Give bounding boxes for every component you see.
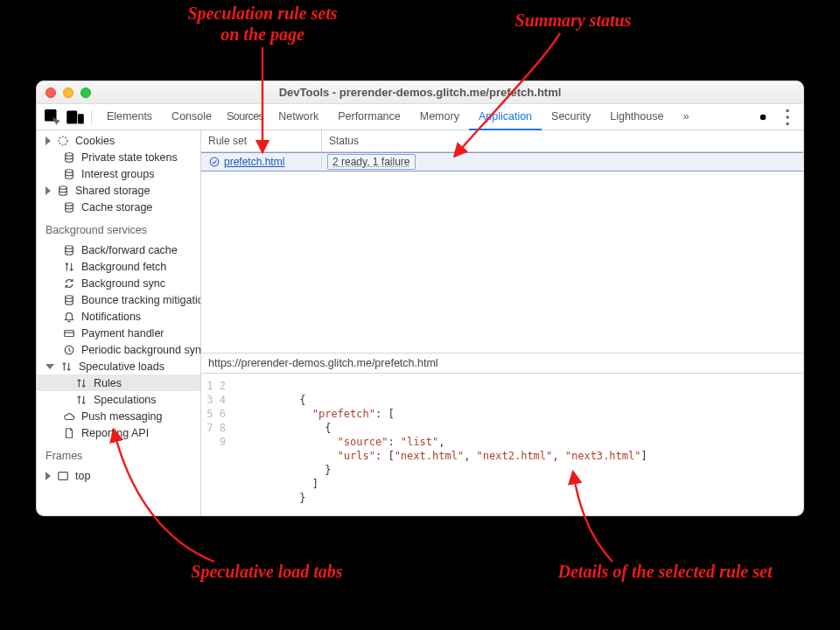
sidebar-label: Speculations [94,394,157,406]
devtools-tabbar: Elements Console Sources Network Perform… [37,104,803,130]
annotation-rulesets-l1: Speculation rule sets [187,4,337,24]
selected-ruleset-url: https://prerender-demos.glitch.me/prefet… [201,354,803,374]
ruleset-row[interactable]: prefetch.html 2 ready, 1 failure [201,152,803,172]
sidebar-item-private-state-tokens[interactable]: Private state tokens [37,149,200,165]
column-header-status[interactable]: Status [322,130,803,151]
expand-icon [46,136,51,145]
sidebar-item-speculative-loads[interactable]: Speculative loads [37,358,200,374]
sidebar-item-periodic-sync[interactable]: Periodic background sync [37,341,200,358]
sidebar-label: Cookies [75,135,115,147]
tab-more[interactable]: » [673,104,698,130]
sidebar-label: Push messaging [81,410,162,423]
svg-point-7 [59,136,67,145]
database-icon [57,185,69,197]
svg-point-5 [786,116,789,119]
sidebar-item-cookies[interactable]: Cookies [37,132,200,149]
database-icon [63,201,75,214]
window-title: DevTools - prerender-demos.glitch.me/pre… [37,86,803,99]
grid-header: Rule set Status [201,130,803,152]
sidebar-label: Shared storage [75,185,150,197]
sidebar-label: Interest groups [81,168,154,180]
expand-icon [46,186,51,195]
status-summary[interactable]: 2 ready, 1 failure [327,154,416,170]
tab-application[interactable]: Application [469,104,542,130]
device-toolbar-icon[interactable] [65,107,86,128]
svg-rect-14 [65,330,74,336]
svg-rect-1 [66,110,77,123]
collapse-icon [46,364,54,369]
transfer-icon [60,360,73,373]
sidebar-label: Speculative loads [79,360,164,373]
sidebar-heading-frames: Frames [37,441,200,467]
svg-point-4 [786,108,789,112]
sidebar-label: Reporting API [81,427,149,439]
sidebar-label: Private state tokens [81,151,178,164]
database-icon [63,294,75,306]
status-ok-icon [208,156,220,168]
sidebar-item-top-frame[interactable]: top [37,467,200,484]
sidebar-item-payment-handler[interactable]: Payment handler [37,325,200,341]
database-icon [63,244,75,256]
svg-point-10 [60,186,67,189]
cookies-icon [57,135,69,147]
sidebar-label: Back/forward cache [81,244,178,256]
tab-performance[interactable]: Performance [328,104,410,130]
annotation-details: Details of the selected rule set [557,562,774,582]
sidebar-item-bounce-tracking[interactable]: Bounce tracking mitigations [37,291,200,308]
sidebar-label: Background fetch [81,261,166,273]
cloud-icon [63,410,75,423]
sidebar-label: Rules [94,377,122,389]
tab-console[interactable]: Console [162,104,221,130]
devtools-window: DevTools - prerender-demos.glitch.me/pre… [36,80,804,516]
annotation-summary-status: Summary status [515,10,632,31]
transfer-icon [63,261,75,273]
tab-elements[interactable]: Elements [97,104,162,130]
tab-network[interactable]: Network [269,104,328,130]
titlebar: DevTools - prerender-demos.glitch.me/pre… [37,81,803,104]
annotation-load-tabs: Speculative load tabs [191,562,343,582]
sidebar-item-notifications[interactable]: Notifications [37,308,200,325]
sidebar-label: Bounce tracking mitigations [81,294,201,306]
ruleset-name: prefetch.html [224,156,284,168]
tab-sources[interactable]: Sources [221,104,269,130]
code-source[interactable]: { "prefetch": [ { "source": "list", "url… [236,379,648,505]
application-sidebar: Cookies Private state tokens Interest gr… [37,130,201,515]
column-header-ruleset[interactable]: Rule set [201,130,322,151]
bell-icon [63,311,75,323]
database-icon [63,151,75,164]
sidebar-item-push-messaging[interactable]: Push messaging [37,408,200,424]
ruleset-source: 1 2 3 4 5 6 7 8 9 { "prefetch": [ { "sou… [201,374,803,515]
sidebar-item-cache-storage[interactable]: Cache storage [37,199,200,215]
sidebar-heading-background-services: Background services [37,215,200,242]
sidebar-item-interest-groups[interactable]: Interest groups [37,165,200,182]
svg-point-11 [66,202,74,206]
sidebar-label: Background sync [81,277,165,290]
tab-security[interactable]: Security [542,104,600,130]
sync-icon [63,277,75,290]
sidebar-item-background-sync[interactable]: Background sync [37,275,200,291]
application-panel: Cookies Private state tokens Interest gr… [37,130,803,515]
sidebar-item-shared-storage[interactable]: Shared storage [37,182,200,199]
card-icon [63,327,75,340]
settings-icon[interactable] [752,107,774,128]
ruleset-link[interactable]: prefetch.html [201,156,322,168]
svg-point-9 [66,169,74,172]
grid-empty [201,172,803,354]
sidebar-item-background-fetch[interactable]: Background fetch [37,258,200,275]
sidebar-item-reporting-api[interactable]: Reporting API [37,424,200,441]
expand-icon [46,472,51,480]
sidebar-item-rules[interactable]: Rules [37,374,200,391]
frame-icon [57,470,69,482]
tab-memory[interactable]: Memory [410,104,469,130]
svg-point-3 [760,114,766,120]
sidebar-item-speculations[interactable]: Speculations [37,391,200,408]
rules-panel: Rule set Status prefetch.html 2 ready, 1… [201,130,803,515]
kebab-menu-icon[interactable] [777,107,798,128]
inspect-element-icon[interactable] [42,107,63,128]
tab-lighthouse[interactable]: Lighthouse [600,104,673,130]
sidebar-label: Periodic background sync [81,344,201,356]
svg-point-13 [66,295,74,298]
document-icon [63,427,75,439]
sidebar-item-back-forward-cache[interactable]: Back/forward cache [37,242,200,258]
sidebar-label: Cache storage [81,201,152,214]
